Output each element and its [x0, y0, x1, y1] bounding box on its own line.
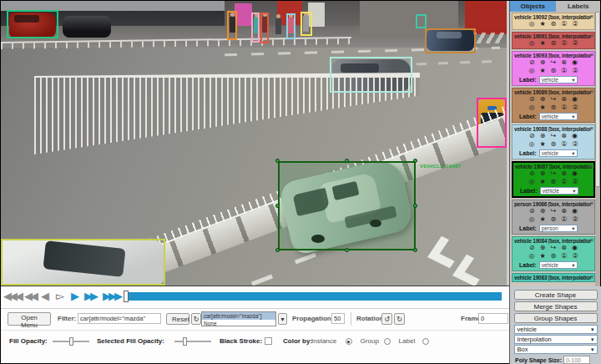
star-icon[interactable]: ★ — [539, 178, 545, 186]
object-card[interactable]: vehicle 19083 [box, interpolation] × — [512, 273, 595, 282]
object-card[interactable]: person 19086 [box, interpolation] × ⊘⊕↪⊗… — [512, 200, 595, 235]
lock-icon[interactable]: ⊘ — [529, 95, 535, 104]
person-box[interactable] — [251, 13, 260, 43]
next-keyframe-icon[interactable]: ② — [572, 20, 578, 28]
hide-icon[interactable]: ◎ — [528, 39, 534, 48]
resize-handle[interactable] — [345, 248, 349, 252]
outside-icon[interactable]: ⊗ — [561, 207, 567, 215]
lock-icon[interactable]: ⊘ — [529, 132, 535, 140]
scrollbar-thumb[interactable] — [595, 12, 600, 187]
prev-keyframe-icon[interactable]: ① — [561, 39, 567, 48]
tab-objects[interactable]: Objects — [510, 1, 556, 12]
keyframe-icon[interactable]: ↪ — [551, 169, 557, 178]
prev-keyframe-icon[interactable]: ① — [561, 67, 567, 75]
hide-icon[interactable]: ◎ — [528, 252, 534, 260]
selected-fill-opacity-slider[interactable] — [174, 341, 211, 342]
next-frame-button[interactable]: ▶ — [71, 289, 77, 304]
background-icon[interactable]: ⊚ — [551, 215, 557, 224]
next-keyframe-icon[interactable]: ② — [572, 178, 578, 186]
prev-keyframe-icon[interactable]: ① — [561, 140, 567, 149]
lock-icon[interactable]: ⊘ — [529, 207, 535, 215]
resize-handle[interactable] — [275, 159, 280, 163]
prev-keyframe-icon[interactable]: ① — [561, 215, 567, 224]
color-by-radio-instance[interactable] — [346, 338, 352, 345]
keyframe-icon[interactable]: ↪ — [551, 244, 557, 252]
seek-slider-handle[interactable] — [124, 291, 129, 302]
star-icon[interactable]: ★ — [539, 67, 545, 75]
prev-keyframe-icon[interactable]: ① — [561, 20, 567, 28]
merge-icon[interactable]: ◉ — [572, 132, 578, 140]
occluded-icon[interactable]: ⊕ — [540, 169, 546, 178]
close-icon[interactable]: × — [590, 13, 593, 19]
fill-opacity-slider[interactable] — [53, 341, 89, 342]
person-box[interactable] — [227, 11, 237, 40]
resize-handle[interactable] — [275, 204, 280, 208]
open-menu-button[interactable]: Open Menu — [8, 312, 51, 326]
occluded-icon[interactable]: ⊕ — [540, 132, 546, 140]
filter-preset-option[interactable]: None — [202, 320, 275, 326]
occluded-icon[interactable]: ⊕ — [540, 244, 546, 252]
outside-icon[interactable]: ⊗ — [561, 169, 567, 178]
keyframe-icon[interactable]: ↪ — [551, 95, 557, 104]
occluded-icon[interactable]: ⊕ — [540, 95, 546, 104]
next-keyframe-icon[interactable]: ② — [572, 140, 578, 149]
close-icon[interactable]: × — [590, 33, 593, 38]
sidebar-scrollbar[interactable] — [595, 12, 600, 286]
color-by-radio-group[interactable] — [384, 338, 391, 345]
prev-keyframe-icon[interactable]: ① — [561, 104, 567, 112]
hide-icon[interactable]: ◎ — [528, 104, 534, 112]
close-icon[interactable]: × — [590, 200, 593, 206]
object-label-select[interactable]: vehicle▾ — [539, 261, 578, 269]
pointer-tool-button[interactable]: ▻ — [56, 289, 62, 304]
filter-input[interactable] — [78, 313, 161, 324]
hide-icon[interactable]: ◎ — [528, 67, 534, 75]
next-keyframe-icon[interactable]: ② — [572, 67, 578, 75]
merge-icon[interactable]: ◉ — [572, 95, 578, 104]
refresh-icon[interactable]: ↻ — [191, 313, 201, 325]
object-card[interactable]: vehicle 19091 [box, interpolation] × ◎★⊚… — [512, 32, 595, 49]
object-card[interactable]: vehicle 19087 [box, interpolation] × ⊘⊕↪… — [512, 161, 595, 198]
prev-frame-button[interactable]: ◀ — [41, 289, 47, 304]
star-icon[interactable]: ★ — [539, 39, 545, 48]
hide-icon[interactable]: ◎ — [528, 140, 534, 149]
object-label-select[interactable]: person▾ — [539, 225, 578, 232]
preset-dropdown-icon[interactable]: ▾ — [278, 313, 287, 325]
frame-input[interactable] — [478, 313, 508, 324]
vehicle-box[interactable] — [278, 161, 416, 250]
background-icon[interactable]: ⊚ — [551, 39, 557, 48]
person-box[interactable] — [286, 13, 295, 39]
close-icon[interactable]: × — [590, 88, 593, 94]
outside-icon[interactable]: ⊗ — [561, 58, 567, 67]
fill-opacity-handle[interactable] — [69, 337, 73, 346]
vehicle-box[interactable] — [7, 10, 58, 38]
color-by-radio-label[interactable] — [422, 338, 429, 345]
shape-type-select[interactable]: Box▾ — [514, 345, 598, 354]
label-select[interactable]: vehicle▾ — [514, 325, 598, 334]
back-fast-button[interactable]: ◀◀ — [24, 289, 36, 304]
close-icon[interactable]: × — [590, 125, 593, 131]
outside-icon[interactable]: ⊗ — [561, 244, 567, 252]
star-icon[interactable]: ★ — [539, 140, 545, 149]
vehicle-box[interactable] — [1, 239, 165, 286]
object-card[interactable]: vehicle 19092 [box, interpolation] × ◎★⊚… — [512, 13, 595, 30]
keyframe-icon[interactable]: ↪ — [551, 58, 557, 67]
next-keyframe-icon[interactable]: ② — [572, 104, 578, 112]
poly-shape-size-input[interactable] — [563, 356, 590, 364]
background-icon[interactable]: ⊚ — [551, 20, 557, 28]
forward-fast-button[interactable]: ▶▶ — [84, 289, 96, 304]
rotate-ccw-icon[interactable]: ↺ — [381, 313, 392, 325]
object-label-select[interactable]: vehicle▾ — [540, 187, 578, 195]
reset-filter-button[interactable]: Reset — [166, 313, 189, 325]
occluded-icon[interactable]: ⊕ — [540, 207, 546, 215]
merge-icon[interactable]: ◉ — [572, 244, 578, 252]
background-icon[interactable]: ⊚ — [551, 178, 557, 186]
resize-handle[interactable] — [345, 159, 349, 163]
object-label-select[interactable]: vehicle▾ — [539, 76, 578, 83]
background-icon[interactable]: ⊚ — [551, 104, 557, 112]
occluded-icon[interactable]: ⊕ — [540, 58, 546, 67]
rotate-cw-icon[interactable]: ↻ — [394, 313, 405, 325]
video-canvas[interactable]: VEHICLE 19087 — [1, 1, 507, 286]
resize-handle[interactable] — [413, 248, 417, 252]
keyframe-icon[interactable]: ↪ — [551, 207, 557, 215]
lock-icon[interactable]: ⊘ — [529, 58, 535, 67]
